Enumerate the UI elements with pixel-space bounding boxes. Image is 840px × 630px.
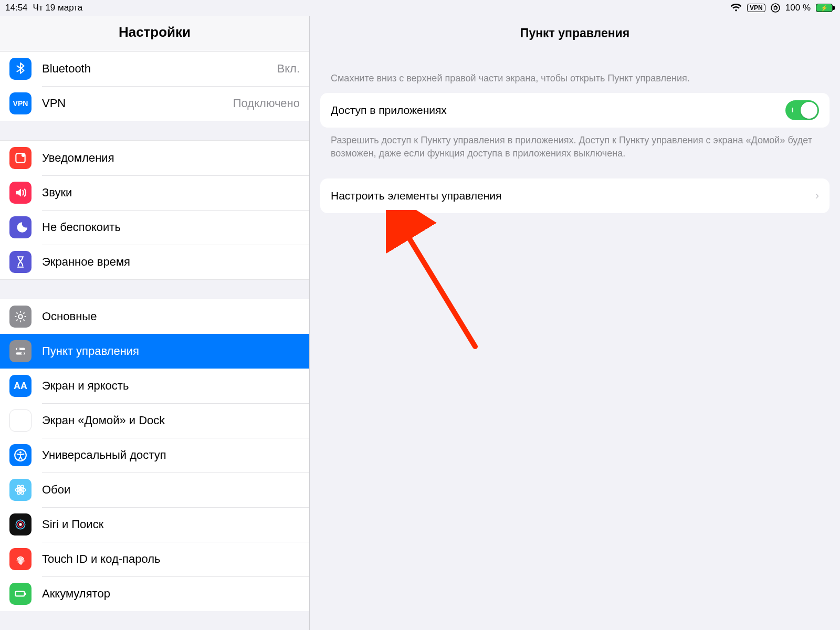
sidebar-item-label: Bluetooth bbox=[42, 62, 277, 76]
sidebar-item-label: Основные bbox=[42, 310, 300, 323]
hourglass-icon bbox=[9, 251, 32, 273]
accessibility-icon bbox=[9, 444, 32, 466]
svg-rect-18 bbox=[25, 593, 26, 595]
switches-icon bbox=[9, 340, 32, 362]
svg-point-10 bbox=[19, 488, 23, 492]
sidebar-item-bluetooth[interactable]: Bluetooth Вкл. bbox=[0, 51, 309, 86]
svg-point-7 bbox=[22, 352, 24, 355]
sidebar-item-display[interactable]: AA Экран и яркость bbox=[0, 369, 309, 403]
sidebar-group-network: Bluetooth Вкл. VPN VPN Подключено bbox=[0, 51, 309, 121]
settings-sidebar[interactable]: Настройки Bluetooth Вкл. VPN VPN Подключ… bbox=[0, 16, 310, 630]
sidebar-item-label: Touch ID и код-пароль bbox=[42, 552, 300, 566]
home-screen-icon bbox=[9, 410, 32, 432]
sidebar-item-wallpaper[interactable]: Обои bbox=[0, 472, 309, 507]
access-in-apps-footer: Разрешить доступ к Пункту управления в п… bbox=[320, 128, 830, 178]
svg-point-2 bbox=[22, 153, 25, 157]
svg-point-0 bbox=[771, 4, 780, 12]
access-in-apps-toggle[interactable]: I bbox=[785, 100, 819, 120]
battery-percent: 100 % bbox=[785, 3, 811, 13]
sidebar-item-dnd[interactable]: Не беспокоить bbox=[0, 210, 309, 245]
sidebar-item-general[interactable]: Основные bbox=[0, 299, 309, 334]
vpn-icon: VPN bbox=[9, 92, 32, 114]
status-date: Чт 19 марта bbox=[33, 3, 83, 13]
annotation-arrow bbox=[386, 210, 491, 357]
battery-icon bbox=[9, 583, 32, 605]
sidebar-item-label: Звуки bbox=[42, 186, 300, 200]
customize-controls-cell[interactable]: Настроить элементы управления › bbox=[320, 178, 830, 213]
sidebar-item-value: Подключено bbox=[233, 97, 300, 110]
access-in-apps-label: Доступ в приложениях bbox=[331, 104, 785, 117]
sidebar-group-alerts: Уведомления Звуки Не беспокоить Экранное… bbox=[0, 140, 309, 280]
sidebar-item-label: Siri и Поиск bbox=[42, 518, 300, 531]
sidebar-item-control-center[interactable]: Пункт управления bbox=[0, 334, 309, 369]
sidebar-item-value: Вкл. bbox=[277, 62, 300, 76]
gear-icon bbox=[9, 306, 32, 328]
access-in-apps-cell[interactable]: Доступ в приложениях I bbox=[320, 93, 830, 128]
sidebar-item-label: Экран и яркость bbox=[42, 379, 300, 393]
battery-icon: ⚡ bbox=[816, 4, 835, 12]
sidebar-item-notifications[interactable]: Уведомления bbox=[0, 141, 309, 175]
orientation-lock-icon bbox=[771, 3, 780, 13]
wifi-icon bbox=[730, 4, 742, 12]
status-bar: 14:54 Чт 19 марта VPN 100 % ⚡ bbox=[0, 0, 840, 16]
sidebar-item-siri[interactable]: Siri и Поиск bbox=[0, 507, 309, 542]
sidebar-item-label: Экранное время bbox=[42, 255, 300, 269]
wallpaper-icon bbox=[9, 479, 32, 501]
svg-point-5 bbox=[17, 348, 19, 350]
sidebar-item-battery[interactable]: Аккумулятор bbox=[0, 576, 309, 611]
sidebar-item-label: Аккумулятор bbox=[42, 587, 300, 601]
sidebar-item-touchid[interactable]: Touch ID и код-пароль bbox=[0, 542, 309, 576]
sidebar-item-accessibility[interactable]: Универсальный доступ bbox=[0, 438, 309, 472]
sidebar-item-label: Уведомления bbox=[42, 151, 300, 165]
svg-line-19 bbox=[402, 226, 475, 346]
sidebar-item-label: Универсальный доступ bbox=[42, 448, 300, 462]
text-size-icon: AA bbox=[9, 375, 32, 397]
fingerprint-icon bbox=[9, 548, 32, 570]
customize-controls-label: Настроить элементы управления bbox=[331, 190, 815, 202]
siri-icon bbox=[9, 513, 32, 536]
sidebar-item-label: Пункт управления bbox=[42, 344, 300, 358]
sounds-icon bbox=[9, 182, 32, 204]
sidebar-item-label: Обои bbox=[42, 483, 300, 497]
bluetooth-icon bbox=[9, 58, 32, 80]
sidebar-title: Настройки bbox=[0, 16, 309, 51]
sidebar-group-system: Основные Пункт управления AA Экран и ярк… bbox=[0, 299, 309, 611]
detail-hint: Смахните вниз с верхней правой части экр… bbox=[320, 72, 830, 93]
sidebar-item-sounds[interactable]: Звуки bbox=[0, 175, 309, 210]
vpn-badge: VPN bbox=[747, 4, 765, 12]
sidebar-item-home-dock[interactable]: Экран «Домой» и Dock bbox=[0, 403, 309, 438]
sidebar-item-screentime[interactable]: Экранное время bbox=[0, 245, 309, 279]
sidebar-item-label: VPN bbox=[42, 97, 233, 110]
notifications-icon bbox=[9, 147, 32, 169]
moon-icon bbox=[9, 216, 32, 238]
chevron-right-icon: › bbox=[815, 189, 819, 203]
svg-point-3 bbox=[18, 314, 23, 319]
sidebar-item-vpn[interactable]: VPN VPN Подключено bbox=[0, 86, 309, 121]
status-time: 14:54 bbox=[5, 3, 28, 13]
sidebar-item-label: Экран «Домой» и Dock bbox=[42, 414, 300, 427]
svg-rect-17 bbox=[15, 592, 24, 596]
svg-point-9 bbox=[19, 452, 22, 454]
sidebar-item-label: Не беспокоить bbox=[42, 220, 300, 234]
detail-title: Пункт управления bbox=[320, 16, 830, 72]
svg-point-16 bbox=[19, 523, 22, 526]
detail-pane: Пункт управления Смахните вниз с верхней… bbox=[310, 16, 840, 630]
